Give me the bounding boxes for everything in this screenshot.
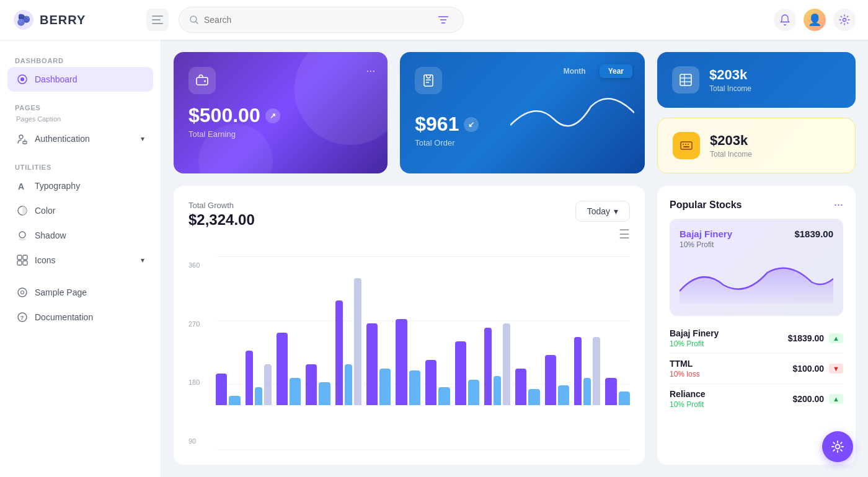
stocks-title: Popular Stocks [670, 199, 742, 211]
svg-text:🫐: 🫐 [17, 13, 31, 27]
up-badge: ▲ [829, 394, 843, 404]
bar-purple [484, 328, 492, 405]
chart-info: Total Growth $2,324.00 [188, 201, 255, 229]
bar-purple [335, 300, 343, 405]
filter-button[interactable] [433, 10, 453, 30]
income-blue-icon [672, 66, 699, 94]
bar-group [455, 341, 480, 405]
settings-button[interactable] [833, 9, 856, 31]
sidebar-item-authentication[interactable]: Authentication ▾ [7, 126, 153, 151]
earning-card-menu[interactable]: ··· [366, 64, 375, 77]
sidebar-item-color[interactable]: Color [7, 198, 153, 223]
svg-rect-20 [23, 255, 27, 260]
bar-blue [229, 396, 240, 405]
svg-point-28 [204, 81, 206, 82]
avatar[interactable]: 👤 [804, 9, 826, 31]
y-label-180: 180 [188, 379, 213, 386]
stock-item-price: $200.00 [793, 394, 825, 404]
bar-purple [545, 355, 556, 405]
svg-rect-4 [152, 23, 163, 24]
bar-group [605, 378, 630, 405]
utilities-section-title: Utilities [7, 159, 153, 173]
stock-list-item[interactable]: Reliance 10% Profit $200.00 ▲ [670, 384, 843, 414]
bar-purple [455, 341, 466, 405]
stock-card-header: Bajaj Finery 10% Profit $1839.00 [680, 229, 833, 249]
sample-page-label: Sample Page [35, 287, 87, 297]
sidebar-item-sample-page[interactable]: Sample Page [7, 280, 153, 305]
order-chart-wave [510, 52, 645, 173]
income-yellow-text: $203k Total Income [710, 133, 752, 159]
documentation-icon: ? [16, 311, 29, 323]
bar-chart [216, 256, 630, 405]
stock-item-sub: 10% Profit [670, 339, 719, 348]
fab-button[interactable] [822, 431, 853, 462]
stock-item-right: $200.00 ▲ [793, 394, 844, 404]
svg-rect-3 [152, 19, 161, 20]
svg-rect-19 [17, 255, 22, 260]
stocks-panel: Popular Stocks ··· Bajaj Finery 10% Prof… [657, 186, 856, 465]
stock-list-item[interactable]: TTML 10% loss $100.00 ▼ [670, 354, 843, 384]
bar-group [574, 337, 600, 405]
icons-icon [16, 254, 29, 266]
income-blue-amount: $203k [709, 67, 751, 83]
chart-menu-icon[interactable]: ☰ [619, 227, 630, 242]
hamburger-icon [152, 15, 163, 24]
search-input[interactable] [204, 15, 428, 25]
y-label-270: 270 [188, 320, 213, 328]
svg-point-41 [836, 445, 840, 449]
today-button[interactable]: Today ▾ [575, 201, 630, 222]
typography-label: Typography [35, 181, 80, 191]
fab-gear-icon [831, 440, 844, 453]
sidebar-item-typography[interactable]: A Typography [7, 173, 153, 198]
bar-light [354, 278, 361, 405]
shopping-icon [422, 74, 435, 87]
down-badge: ▼ [829, 364, 843, 374]
earning-card: ··· $500.00 ↗ Total Earning [174, 52, 388, 173]
bar-chart-container: 360 270 180 90 [188, 256, 630, 450]
income-blue-label: Total Income [709, 84, 751, 93]
bar-purple [396, 319, 407, 405]
notification-button[interactable] [774, 9, 796, 31]
up-badge: ▲ [829, 333, 843, 343]
chart-title: Total Growth [188, 201, 255, 210]
bar-light [264, 364, 272, 405]
shadow-label: Shadow [35, 230, 66, 240]
sidebar-item-icons[interactable]: Icons ▾ [7, 248, 153, 273]
chart-main: Total Growth $2,324.00 Today ▾ ☰ [174, 186, 645, 465]
income-blue-text: $203k Total Income [709, 67, 751, 93]
bar-blue [583, 378, 591, 405]
logo-icon: 🫐 [12, 9, 35, 31]
table-icon [679, 73, 693, 87]
pages-section-title: Pages [7, 99, 153, 114]
filter-icon [438, 15, 448, 24]
bar-group [484, 323, 510, 405]
svg-point-18 [19, 238, 26, 240]
stock-card-info: Bajaj Finery 10% Profit [680, 229, 732, 249]
stock-list-item[interactable]: Bajaj Finery 10% Profit $1839.00 ▲ [670, 323, 843, 354]
dashboard-section-title: Dashboard [7, 52, 153, 67]
right-cards-panel: $203k Total Income [657, 52, 856, 173]
bar-blue [619, 392, 630, 405]
bar-purple [277, 333, 288, 405]
income-blue-card: $203k Total Income [657, 52, 856, 108]
pages-caption: Pages Caption [7, 114, 153, 126]
y-label-360: 360 [188, 261, 213, 269]
sidebar-item-documentation[interactable]: ? Documentation [7, 305, 153, 330]
svg-rect-29 [424, 75, 433, 86]
sidebar-item-shadow[interactable]: Shadow [7, 223, 153, 248]
bar-blue [290, 378, 301, 405]
bar-purple [216, 374, 227, 405]
y-label-90: 90 [188, 437, 213, 445]
sidebar-item-dashboard[interactable]: Dashboard [7, 67, 153, 92]
bar-blue [255, 387, 262, 405]
logo-area: 🫐 BERRY [12, 9, 136, 31]
stocks-more-icon[interactable]: ··· [834, 198, 843, 211]
income-yellow-label: Total Income [710, 150, 752, 159]
svg-point-17 [19, 232, 25, 238]
stock-item-price: $100.00 [793, 364, 825, 374]
stock-item-name: Bajaj Finery [670, 328, 719, 338]
dashboard-icon [16, 73, 29, 85]
earning-label: Total Earning [188, 129, 373, 139]
bar-group [246, 351, 272, 405]
menu-button[interactable] [146, 9, 169, 31]
